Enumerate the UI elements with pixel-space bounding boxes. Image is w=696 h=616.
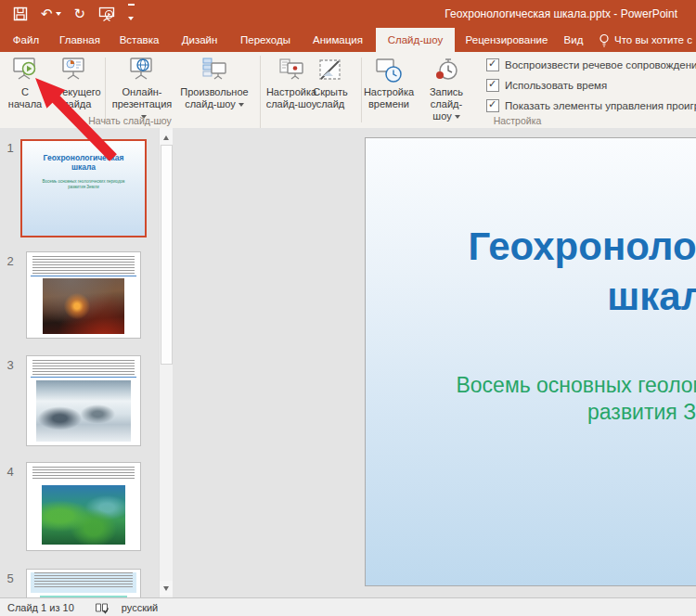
tab-transitions[interactable]: Переходы [234, 28, 297, 52]
thumb2-textlines [32, 256, 135, 275]
slide-title-placeholder[interactable]: Геохронологическая шкала [366, 222, 696, 322]
group-separator [260, 56, 261, 129]
thumbnail-number: 1 [4, 141, 17, 155]
tell-me-label: Что вы хотите с [614, 34, 692, 45]
thumb5-textlines [34, 572, 133, 587]
checkbox-checked-icon[interactable] [486, 58, 499, 71]
rehearse-timings-button[interactable]: Настройка времени [363, 54, 415, 124]
slide-title-line-2: шкала [366, 272, 696, 322]
from-current-slide-button[interactable]: С текущего слайда [46, 54, 102, 124]
thumb3-textlines [32, 360, 135, 376]
rehearse-timings-icon [374, 56, 404, 85]
tab-design[interactable]: Дизайн [174, 28, 225, 52]
rehearse-timings-label-2: времени [363, 98, 415, 110]
tab-animations[interactable]: Анимация [305, 28, 370, 52]
rehearse-timings-label-1: Настройка [363, 86, 415, 98]
thumb4-textlines [32, 467, 135, 480]
scroll-down-button[interactable] [160, 581, 173, 596]
ribbon-separator [105, 58, 106, 122]
checkbox-checked-icon[interactable] [486, 99, 499, 112]
thumbnail-number: 5 [4, 571, 17, 585]
record-slideshow-icon [432, 56, 461, 85]
custom-slideshow-label-2: слайд-шоу [174, 98, 254, 110]
group-label-start-slideshow: Начать слайд-шоу [0, 115, 260, 126]
tell-me-box[interactable]: Что вы хотите с [599, 28, 692, 52]
hide-slide-label-1: Скрыть [310, 86, 351, 98]
from-current-slide-icon [59, 56, 89, 85]
checkbox-play-narrations-label: Воспроизвести речевое сопровождение [505, 59, 696, 71]
lightbulb-icon [599, 33, 610, 47]
powerpoint-window: ↶ ↻ Геохронологическая [0, 0, 696, 616]
title-bar: ↶ ↻ Геохронологическая [0, 0, 696, 28]
from-beginning-button[interactable]: С начала [4, 54, 46, 124]
thumb1-subtitle: Восемь основных геологических периодов р… [22, 179, 145, 190]
checkbox-show-media-controls-label: Показать элементы управления проигры [505, 100, 696, 111]
thumbnail-slide-2[interactable] [26, 251, 141, 339]
scroll-down-icon [163, 586, 169, 591]
thumbnail-slide-3[interactable] [26, 355, 141, 446]
slide-counter: Слайд 1 из 10 [7, 602, 74, 613]
custom-slideshow-icon [200, 56, 229, 85]
window-title: Геохронологическая шкала.pptx - PowerPoi… [0, 0, 677, 28]
thumbnail-slide-1[interactable]: Геохронологическая шкала Восемь основных… [20, 139, 147, 237]
checkbox-play-narrations[interactable]: Воспроизвести речевое сопровождение [486, 58, 696, 72]
hide-slide-icon [316, 56, 345, 85]
ribbon-tab-row: Файл Главная Вставка Дизайн Переходы Ани… [0, 28, 696, 52]
thumb1-title: Геохронологическая шкала [22, 153, 145, 172]
tab-file[interactable]: Файл [6, 28, 46, 52]
slide-canvas[interactable]: Геохронологическая шкала Восемь основных… [365, 137, 696, 586]
from-beginning-label-1: С [4, 86, 46, 98]
thumbnail-slide-5[interactable] [26, 569, 141, 597]
tab-slideshow[interactable]: Слайд-шоу [376, 28, 455, 52]
proofing-button[interactable] [95, 602, 109, 614]
thumbnail-number: 4 [4, 465, 17, 479]
thumbnail-scrollbar[interactable] [159, 128, 173, 597]
custom-slideshow-label-1: Произвольное [174, 86, 254, 98]
thumbnail-number: 2 [4, 254, 17, 268]
tab-review[interactable]: Рецензирование [459, 28, 554, 52]
slide-thumbnail-panel: 1 Геохронологическая шкала Восемь основн… [0, 128, 173, 597]
thumb2-rule [31, 276, 136, 276]
from-current-label-2: слайда [46, 98, 102, 110]
group-label-setup: Настройка [362, 115, 673, 126]
setup-slideshow-icon [277, 56, 306, 85]
language-indicator[interactable]: русский [122, 602, 158, 613]
thumb5-textblock [31, 572, 136, 593]
dropdown-caret-icon [238, 103, 244, 107]
slide-subtitle-line-2: развития Земли [366, 399, 696, 426]
thumbnail-slide-4[interactable] [26, 462, 141, 551]
hide-slide-label-2: слайд [310, 98, 351, 110]
present-online-icon [127, 56, 157, 85]
tab-view[interactable]: Вид [557, 28, 590, 52]
from-beginning-icon [10, 56, 40, 85]
record-slideshow-label-1: Запись слайд- [415, 86, 478, 110]
scrollbar-thumb[interactable] [161, 145, 173, 365]
checkbox-checked-icon[interactable] [486, 79, 499, 92]
hide-slide-button[interactable]: Скрыть слайд [310, 54, 351, 124]
ribbon-separator [361, 58, 362, 122]
tab-home[interactable]: Главная [53, 28, 107, 52]
custom-slideshow-button[interactable]: Произвольное слайд-шоу [174, 54, 254, 124]
scroll-up-icon [163, 135, 169, 140]
thumb3-rule [31, 377, 136, 378]
thumb3-snow-image [36, 380, 131, 442]
slide-editor-area: Геохронологическая шкала Восемь основных… [173, 128, 696, 597]
tab-insert[interactable]: Вставка [113, 28, 165, 52]
from-current-label-1: С текущего [46, 86, 102, 98]
present-online-label-1: Онлайн- [109, 86, 175, 98]
thumb4-sea-image [42, 485, 125, 545]
slide-subtitle-line-1: Восемь основных геологических периодов [366, 372, 696, 399]
checkbox-use-timings[interactable]: Использовать время [486, 78, 607, 93]
thumb2-volcano-image [43, 278, 124, 334]
slide-subtitle-placeholder[interactable]: Восемь основных геологических периодов р… [366, 372, 696, 426]
checkbox-show-media-controls[interactable]: Показать элементы управления проигры [486, 98, 696, 113]
from-beginning-label-2: начала [4, 98, 46, 110]
ribbon-slideshow: С начала С текущего слайда [0, 52, 696, 129]
slide-title-line-1: Геохронологическая [366, 222, 696, 272]
present-online-button[interactable]: Онлайн- презентация [109, 54, 175, 124]
proofing-icon [95, 602, 109, 614]
record-slideshow-button[interactable]: Запись слайд- шоу [415, 54, 478, 124]
thumbnail-number: 3 [4, 358, 17, 372]
scroll-up-button[interactable] [160, 130, 173, 145]
checkbox-use-timings-label: Использовать время [505, 80, 607, 91]
